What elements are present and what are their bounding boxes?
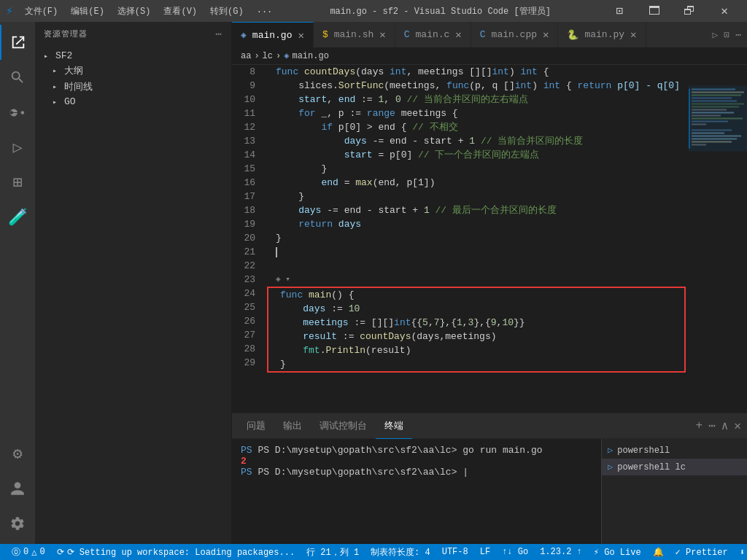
menu-goto[interactable]: 转到(G) — [204, 4, 249, 19]
sidebar-item-sf2[interactable]: ▸ SF2 — [35, 49, 231, 63]
menu-select[interactable]: 选择(S) — [112, 4, 157, 19]
code-line-9[interactable]: slices.SortFunc(meetings, func(p, q []in… — [264, 79, 689, 93]
activity-run[interactable]: ▷ — [0, 130, 35, 165]
status-cursor[interactable]: 行 21，列 1 — [301, 544, 365, 560]
code-line-17[interactable]: } — [264, 190, 689, 203]
run-file-icon[interactable]: ▷ — [713, 29, 719, 41]
breadcrumb-maingo[interactable]: main.go — [292, 51, 328, 61]
window-maximize-icon[interactable]: 🗗 — [673, 0, 706, 22]
status-go-version[interactable]: 1.23.2 ↑ — [534, 544, 588, 560]
add-terminal-icon[interactable]: + — [695, 419, 703, 432]
code-line-18[interactable]: days -= end - start + 1 // 最后一个合并区间的长度 — [264, 203, 689, 217]
code-line-10[interactable]: start, end := 1, 0 // 当前合并区间的左右端点 — [264, 93, 689, 106]
tab-icon-maingo: ◈ — [241, 29, 247, 41]
tab-maincpp[interactable]: C main.cpp ✕ — [471, 22, 559, 47]
tab-mainc[interactable]: C main.c ✕ — [395, 22, 471, 47]
terminal-close-icon[interactable]: ✕ — [734, 419, 741, 433]
activity-account[interactable] — [0, 471, 35, 506]
status-encoding[interactable]: UTF-8 — [436, 544, 474, 560]
code-line-19[interactable]: return days — [264, 217, 689, 231]
split-editor-icon[interactable]: ⊡ — [724, 29, 729, 41]
tab-mainpy[interactable]: 🐍 main.py ✕ — [558, 22, 646, 47]
code-area[interactable]: func countDays(days int, meetings [][]in… — [264, 65, 689, 413]
tab-close-mainpy[interactable]: ✕ — [630, 28, 636, 41]
prettier-text: ✓ Prettier — [676, 547, 728, 558]
code-line-11[interactable]: for _, p := range meetings { — [264, 106, 689, 120]
status-workspace[interactable]: ⟳ ⟳ Setting up workspace: Loading packag… — [51, 544, 301, 560]
sidebar-item-outline[interactable]: ▸ 大纲 — [35, 63, 231, 79]
code-line-21[interactable] — [264, 245, 689, 259]
code-line-24[interactable]: days := 10 — [268, 302, 684, 316]
sidebar-item-go[interactable]: ▸ GO — [35, 95, 231, 109]
menu-view[interactable]: 查看(V) — [158, 4, 203, 19]
window-minimize-icon[interactable]: 🗖 — [638, 0, 671, 22]
panel-tab-debug[interactable]: 调试控制台 — [311, 413, 376, 439]
terminal-more-icon[interactable]: ⋯ — [708, 419, 716, 433]
new-file-icon[interactable]: ⋯ — [216, 28, 222, 40]
encoding-text: UTF-8 — [442, 547, 468, 557]
tab-close-mainc[interactable]: ✕ — [455, 28, 461, 41]
sidebar-item-timeline[interactable]: ▸ 时间线 — [35, 79, 231, 95]
code-line-12[interactable]: if p[0] > end { // 不相交 — [264, 120, 689, 134]
status-language[interactable]: ↑↓ Go — [496, 544, 534, 560]
code-line-8[interactable]: func countDays(days int, meetings [][]in… — [264, 65, 689, 79]
status-prettier[interactable]: ✓ Prettier — [670, 544, 734, 560]
activity-settings[interactable] — [0, 506, 35, 541]
tab-bar: ◈ main.go ✕ $ main.sh ✕ C main.c ✕ C mai… — [232, 22, 747, 47]
status-indentation[interactable]: 制表符长度: 4 — [365, 544, 436, 560]
status-errors[interactable]: ⓪ 0 △ 0 — [6, 544, 51, 560]
status-line-ending[interactable]: LF — [474, 544, 496, 560]
code-line-27[interactable]: fmt.Println(result) — [268, 343, 684, 357]
window-controls[interactable]: ⊡ 🗖 🗗 ✕ — [603, 0, 741, 22]
code-line-15[interactable]: } — [264, 162, 689, 176]
terminal-main[interactable]: PS PS D:\mysetup\gopath\src\sf2\aa\lc> g… — [232, 439, 601, 544]
breadcrumb-sep1: › — [254, 51, 259, 61]
menu-bar[interactable]: 文件(F) 编辑(E) 选择(S) 查看(V) 转到(G) ... — [19, 4, 279, 19]
panel-tab-terminal[interactable]: 终端 — [376, 413, 412, 439]
window-split-icon[interactable]: ⊡ — [603, 0, 636, 22]
panel-tab-output[interactable]: 输出 — [274, 413, 311, 439]
editor-content[interactable]: 8910111213141516171819202122232425262728… — [232, 65, 747, 413]
activity-extensions[interactable]: ⊞ — [0, 165, 35, 200]
panel-tab-problems[interactable]: 问题 — [238, 413, 274, 439]
terminal-shell-powershell-lc[interactable]: ▷ powershell lc — [602, 459, 747, 475]
tab-close-maincpp[interactable]: ✕ — [543, 28, 549, 41]
activity-remote[interactable]: ⚙ — [0, 436, 35, 471]
activity-source-control[interactable] — [0, 95, 35, 130]
code-line-29[interactable] — [264, 373, 689, 386]
menu-file[interactable]: 文件(F) — [19, 4, 64, 19]
code-line-20[interactable]: } — [264, 231, 689, 245]
status-go-live[interactable]: ⚡ Go Live — [588, 544, 647, 560]
code-line-16[interactable]: end = max(end, p[1]) — [264, 176, 689, 190]
code-line-25[interactable]: meetings := [][]int{{5,7},{1,3},{9,10}} — [268, 316, 684, 330]
tab-close-mainsh[interactable]: ✕ — [379, 28, 385, 41]
sidebar-header-icons[interactable]: ⋯ — [216, 28, 222, 40]
breadcrumb-aa[interactable]: aa — [241, 51, 251, 61]
status-sync[interactable]: ⬇ — [734, 544, 747, 560]
terminal-maximize-icon[interactable]: ∧ — [721, 419, 729, 433]
code-line-13[interactable]: days -= end - start + 1 // 当前合并区间的长度 — [264, 134, 689, 148]
terminal-shell-powershell[interactable]: ▷ powershell — [602, 442, 747, 459]
code-line-28[interactable]: } — [268, 357, 684, 371]
tab-mainsh[interactable]: $ main.sh ✕ — [314, 22, 395, 47]
window-close-icon[interactable]: ✕ — [708, 0, 741, 22]
menu-edit[interactable]: 编辑(E) — [65, 4, 110, 19]
activity-test[interactable]: 🧪 — [0, 200, 35, 235]
code-line-23[interactable]: func main() { — [268, 288, 684, 302]
menu-more[interactable]: ... — [251, 4, 279, 19]
code-line-22[interactable] — [264, 259, 689, 273]
tab-close-maingo[interactable]: ✕ — [298, 29, 303, 42]
red-box-highlight: func main() { days := 10 meetings := [][… — [267, 287, 686, 373]
panel-actions[interactable]: + ⋯ ∧ ✕ — [695, 419, 741, 433]
tab-maingo[interactable]: ◈ main.go ✕ — [232, 22, 314, 47]
more-actions-icon[interactable]: ⋯ — [735, 29, 741, 41]
code-line-26[interactable]: result := countDays(days,meetings) — [268, 330, 684, 343]
activity-explorer[interactable] — [0, 25, 35, 60]
language-text: ↑↓ Go — [502, 547, 528, 557]
tab-actions[interactable]: ▷ ⊡ ⋯ — [707, 29, 747, 41]
indentation-text: 制表符长度: 4 — [371, 546, 430, 559]
code-line-14[interactable]: start = p[0] // 下一个合并区间的左端点 — [264, 148, 689, 162]
activity-search[interactable] — [0, 60, 35, 95]
status-bell[interactable]: 🔔 — [647, 544, 670, 560]
breadcrumb-lc[interactable]: lc — [263, 51, 273, 61]
